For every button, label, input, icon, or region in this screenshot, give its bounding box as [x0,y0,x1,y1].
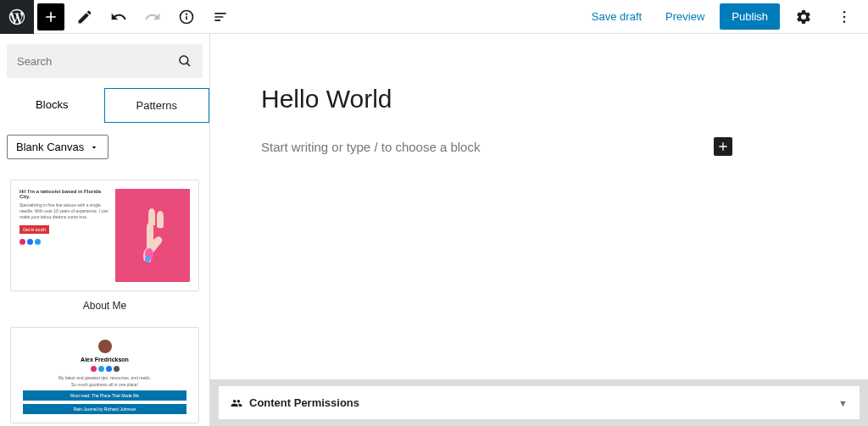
more-options-button[interactable] [831,3,858,30]
search-icon [177,53,192,69]
bottom-meta-panel: Content Permissions ▼ [210,379,868,426]
block-placeholder: Start writing or type / to choose a bloc… [261,140,480,154]
tab-blocks[interactable]: Blocks [0,88,104,123]
preview-button[interactable]: Preview [657,5,713,28]
pattern-social-icons [19,239,108,245]
wordpress-icon [8,8,26,26]
svg-point-3 [843,10,846,12]
pattern-heading: Hi! I'm a tattooist based in Florida Cit… [19,189,108,199]
chevron-down-icon [89,142,99,152]
topbar-right: Save draft Preview Publish [583,0,868,34]
default-block-appender[interactable]: Start writing or type / to choose a bloc… [261,137,732,156]
publish-button[interactable]: Publish [720,3,780,30]
wordpress-logo[interactable] [0,0,34,34]
inline-add-block-button[interactable] [714,137,732,156]
list-view-icon [212,8,229,25]
pencil-icon [76,8,93,25]
info-icon [178,8,195,25]
info-button[interactable] [173,3,200,30]
inserter-tabs: Blocks Patterns [0,88,209,123]
pattern-label: About Me [10,300,199,312]
pattern-about-me[interactable]: Hi! I'm a tattooist based in Florida Cit… [10,180,199,312]
pattern-link-button: Must read: The Place That Made Me [23,390,186,401]
pattern-image [115,189,190,282]
pattern-social-icons [19,366,190,372]
pattern-preview: Alex Fredrickson My latest and greatest … [10,327,199,423]
pattern-category-label: Blank Canvas [16,141,84,153]
hand-illustration-icon [131,202,174,269]
avatar-icon [98,340,112,353]
content-permissions-panel[interactable]: Content Permissions ▼ [219,386,860,419]
redo-button[interactable] [139,3,166,30]
add-block-button[interactable] [37,3,64,30]
svg-point-9 [145,256,150,263]
pattern-body: Specializing in fine line tattoos with a… [19,202,108,220]
pattern-link-button: Rain Journal by Richard Johnson [23,404,186,414]
inserter-sidebar: Blocks Patterns Blank Canvas Hi! I'm a t… [0,34,210,426]
plus-icon [42,8,59,25]
content-permissions-label: Content Permissions [249,396,359,409]
tab-patterns[interactable]: Patterns [104,88,210,123]
undo-button[interactable] [105,3,132,30]
pattern-author-name: Alex Fredrickson [19,357,190,362]
gear-icon [795,8,812,25]
list-view-button[interactable] [207,3,234,30]
pattern-desc: So much goodness all in one place! [19,382,190,387]
plus-icon [716,140,730,153]
svg-line-7 [187,64,190,66]
pattern-links[interactable]: Alex Fredrickson My latest and greatest … [10,327,199,423]
chevron-down-icon: ▼ [838,398,848,408]
svg-point-5 [843,20,846,23]
redo-icon [144,8,161,25]
search-box[interactable] [7,44,203,78]
undo-icon [110,8,127,25]
pattern-preview: Hi! I'm a tattooist based in Florida Cit… [10,180,199,291]
edit-mode-button[interactable] [71,3,98,30]
editor-canvas: Hello World Start writing or type / to c… [210,34,868,426]
pattern-desc: My latest and greatest tips, resources, … [19,375,190,380]
svg-point-6 [180,56,188,64]
svg-point-2 [186,14,187,14]
topbar: Save draft Preview Publish [0,0,868,34]
settings-button[interactable] [790,3,817,30]
save-draft-button[interactable]: Save draft [583,5,650,28]
pattern-cta: Get in touch [19,225,49,234]
search-input[interactable] [17,55,177,68]
users-icon [231,397,242,409]
pattern-category-dropdown[interactable]: Blank Canvas [7,135,108,159]
more-vertical-icon [836,8,853,25]
svg-point-4 [843,15,846,18]
post-title[interactable]: Hello World [261,85,732,113]
